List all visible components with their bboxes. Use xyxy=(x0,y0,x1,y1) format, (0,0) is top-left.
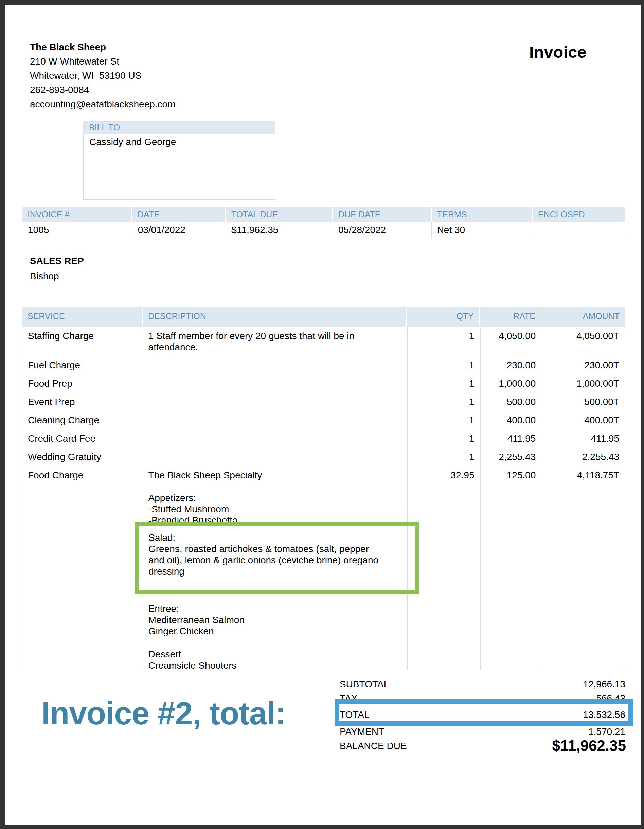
screenshot-frame: The Black Sheep 210 W Whitewater St Whit… xyxy=(0,0,644,829)
rate-cell: 411.95 xyxy=(480,429,541,448)
qty-cell: 1 xyxy=(407,327,480,356)
total-due-header: TOTAL DUE xyxy=(226,207,333,222)
dessert-text: Dessert Creamsicle Shooters xyxy=(148,649,402,670)
company-address-street: 210 W Whitewater St xyxy=(30,54,175,69)
service-cell: Credit Card Fee xyxy=(22,429,143,448)
table-row: Credit Card Fee 1 411.95 411.95 xyxy=(22,429,625,448)
bill-to-header: BILL TO xyxy=(83,121,275,134)
rate-cell: 400.00 xyxy=(480,411,541,429)
company-email: accounting@eatatblacksheep.com xyxy=(30,97,175,112)
line-items-body: Staffing Charge 1 Staff member for every… xyxy=(22,327,625,670)
rate-cell: 125.00 xyxy=(480,466,541,670)
subtotal-label: SUBTOTAL xyxy=(340,679,389,690)
rate-cell: 4,050.00 xyxy=(480,327,541,356)
amount-cell: 230.00T xyxy=(541,356,625,374)
qty-cell: 1 xyxy=(407,356,480,374)
service-cell: Fuel Charge xyxy=(22,356,143,374)
rate-cell: 2,255.43 xyxy=(480,448,541,466)
invoice-meta-table: INVOICE # DATE TOTAL DUE DUE DATE TERMS … xyxy=(22,207,625,239)
enclosed-value xyxy=(532,222,625,239)
date-value: 03/01/2022 xyxy=(132,222,226,239)
rate-cell: 1,000.00 xyxy=(480,374,541,393)
line-items-header-row: SERVICE DESCRIPTION QTY RATE AMOUNT xyxy=(22,307,625,327)
service-cell: Food Charge xyxy=(22,466,143,670)
qty-column-header: QTY xyxy=(407,307,480,327)
amount-cell: 1,000.00T xyxy=(541,374,625,393)
table-row: Staffing Charge 1 Staff member for every… xyxy=(22,327,625,356)
table-row: Cleaning Charge 1 400.00 400.00T xyxy=(22,411,625,429)
total-due-value: $11,962.35 xyxy=(226,222,333,239)
company-block: The Black Sheep 210 W Whitewater St Whit… xyxy=(30,40,175,112)
description-cell xyxy=(143,448,407,466)
annotation-text: Invoice #2, total: xyxy=(41,695,286,732)
subtotal-row: SUBTOTAL 12,966.13 xyxy=(340,679,625,690)
rate-cell: 500.00 xyxy=(480,393,541,411)
terms-value: Net 30 xyxy=(432,222,532,239)
description-cell xyxy=(143,411,407,429)
company-name: The Black Sheep xyxy=(30,40,175,54)
service-cell: Food Prep xyxy=(22,374,143,393)
invoice-number-header: INVOICE # xyxy=(22,207,132,222)
service-cell: Wedding Gratuity xyxy=(22,448,143,466)
entree-text: Entree: Mediterranean Salmon Ginger Chic… xyxy=(148,603,402,637)
total-highlight-box xyxy=(335,699,633,726)
table-row: Fuel Charge 1 230.00 230.00T xyxy=(22,356,625,374)
invoice-number-value: 1005 xyxy=(22,222,132,239)
amount-cell: 2,255.43 xyxy=(541,448,625,466)
qty-cell: 1 xyxy=(407,429,480,448)
company-phone: 262-893-0084 xyxy=(30,83,175,97)
rate-cell: 230.00 xyxy=(480,356,541,374)
description-cell xyxy=(143,356,407,374)
payment-row: PAYMENT 1,570.21 xyxy=(340,727,625,737)
description-column-header: DESCRIPTION xyxy=(143,307,407,327)
service-cell: Staffing Charge xyxy=(22,327,143,356)
enclosed-header: ENCLOSED xyxy=(532,207,625,222)
bill-to-value: Cassidy and George xyxy=(83,134,275,200)
balance-due-label: BALANCE DUE xyxy=(340,741,407,752)
amount-cell: 411.95 xyxy=(541,429,625,448)
table-row: Food Prep 1 1,000.00 1,000.00T xyxy=(22,374,625,393)
qty-cell: 1 xyxy=(407,374,480,393)
sales-rep-value: Bishop xyxy=(30,271,59,282)
service-column-header: SERVICE xyxy=(22,307,143,327)
qty-cell: 1 xyxy=(407,393,480,411)
amount-cell: 4,050.00T xyxy=(541,327,625,356)
invoice-meta-value-row: 1005 03/01/2022 $11,962.35 05/28/2022 Ne… xyxy=(22,222,625,239)
amount-cell: 4,118.75T xyxy=(541,466,625,670)
appetizers-text: Appetizers: -Stuffed Mushroom -Brandied … xyxy=(148,492,402,526)
table-row: Event Prep 1 500.00 500.00T xyxy=(22,393,625,411)
table-row: Wedding Gratuity 1 2,255.43 2,255.43 xyxy=(22,448,625,466)
payment-label: PAYMENT xyxy=(340,727,384,737)
sales-rep-label: SALES REP xyxy=(30,255,84,266)
terms-header: TERMS xyxy=(432,207,532,222)
date-header: DATE xyxy=(132,207,226,222)
payment-value: 1,570.21 xyxy=(588,727,625,737)
rate-column-header: RATE xyxy=(480,307,542,327)
amount-column-header: AMOUNT xyxy=(542,307,625,327)
amount-cell: 500.00T xyxy=(541,393,625,411)
due-date-header: DUE DATE xyxy=(333,207,432,222)
description-cell xyxy=(143,429,407,448)
qty-cell: 1 xyxy=(407,411,480,429)
qty-cell: 1 xyxy=(407,448,480,466)
description-cell: 1 Staff member for every 20 guests that … xyxy=(143,327,407,356)
balance-due-value: $11,962.35 xyxy=(552,737,626,754)
subtotal-value: 12,966.13 xyxy=(583,679,625,690)
due-date-value: 05/28/2022 xyxy=(333,222,432,239)
description-cell xyxy=(143,374,407,393)
description-cell xyxy=(143,393,407,411)
salad-highlight-box: Salad: Greens, roasted artichokes & toma… xyxy=(134,522,419,594)
service-cell: Event Prep xyxy=(22,393,143,411)
food-charge-intro: The Black Sheep Specialty xyxy=(148,470,402,481)
invoice-meta-header-row: INVOICE # DATE TOTAL DUE DUE DATE TERMS … xyxy=(22,207,625,222)
invoice-title: Invoice xyxy=(529,43,587,61)
amount-cell: 400.00T xyxy=(541,411,625,429)
company-address-city: Whitewater, WI 53190 US xyxy=(30,69,175,83)
service-cell: Cleaning Charge xyxy=(22,411,143,429)
